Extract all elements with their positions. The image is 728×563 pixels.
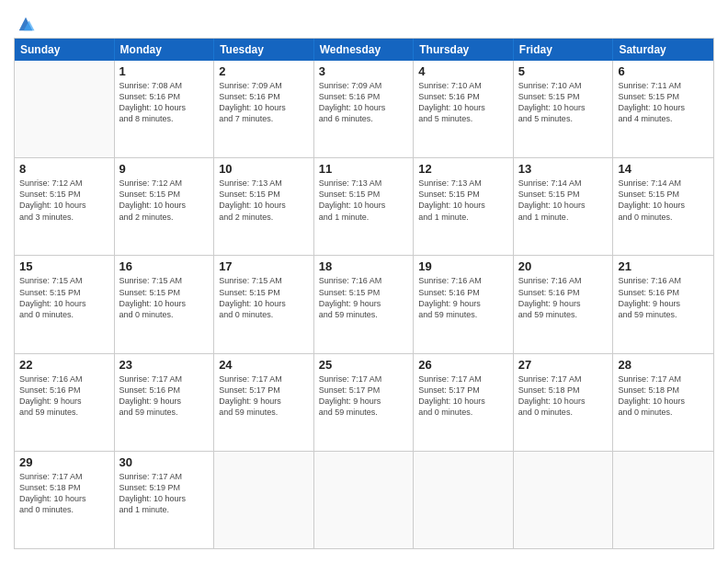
cell-info: Sunrise: 7:09 AMSunset: 5:16 PMDaylight:… [319,80,409,125]
cal-cell-r1-c0: 8Sunrise: 7:12 AMSunset: 5:15 PMDaylight… [15,158,115,255]
calendar-row-1: 8Sunrise: 7:12 AMSunset: 5:15 PMDaylight… [15,158,713,256]
cell-info: Sunrise: 7:16 AMSunset: 5:16 PMDaylight:… [19,373,109,419]
cell-info: Sunrise: 7:11 AMSunset: 5:15 PMDaylight:… [618,80,709,125]
cell-info: Sunrise: 7:16 AMSunset: 5:16 PMDaylight:… [418,275,508,320]
cal-cell-r2-c6: 21Sunrise: 7:16 AMSunset: 5:16 PMDayligh… [613,256,713,352]
day-number: 15 [19,259,109,273]
day-number: 24 [219,358,309,372]
cal-cell-r4-c6 [613,452,713,548]
cal-cell-r0-c6: 6Sunrise: 7:11 AMSunset: 5:15 PMDaylight… [613,61,713,157]
header-day-thursday: Thursday [414,39,514,61]
day-number: 11 [319,162,409,176]
header-day-wednesday: Wednesday [314,39,415,61]
cell-info: Sunrise: 7:17 AMSunset: 5:19 PMDaylight:… [119,471,210,516]
day-number: 12 [418,162,508,176]
cal-cell-r3-c1: 23Sunrise: 7:17 AMSunset: 5:16 PMDayligh… [115,354,215,451]
day-number: 23 [119,358,210,372]
cell-info: Sunrise: 7:13 AMSunset: 5:15 PMDaylight:… [319,178,409,223]
cal-cell-r4-c5 [514,452,614,548]
day-number: 3 [319,64,409,78]
calendar-row-4: 29Sunrise: 7:17 AMSunset: 5:18 PMDayligh… [15,452,713,548]
cell-info: Sunrise: 7:12 AMSunset: 5:15 PMDaylight:… [19,178,109,223]
cal-cell-r2-c3: 18Sunrise: 7:16 AMSunset: 5:15 PMDayligh… [314,256,415,352]
cell-info: Sunrise: 7:12 AMSunset: 5:15 PMDaylight:… [119,178,210,223]
cell-info: Sunrise: 7:17 AMSunset: 5:18 PMDaylight:… [19,471,109,516]
cal-cell-r4-c0: 29Sunrise: 7:17 AMSunset: 5:18 PMDayligh… [15,452,115,548]
cell-info: Sunrise: 7:17 AMSunset: 5:18 PMDaylight:… [618,373,709,419]
day-number: 29 [19,455,109,469]
header-day-sunday: Sunday [15,39,115,61]
cal-cell-r2-c5: 20Sunrise: 7:16 AMSunset: 5:16 PMDayligh… [514,256,614,352]
day-number: 26 [418,358,508,372]
calendar-body: 1Sunrise: 7:08 AMSunset: 5:16 PMDaylight… [15,61,713,548]
day-number: 10 [219,162,309,176]
cal-cell-r3-c0: 22Sunrise: 7:16 AMSunset: 5:16 PMDayligh… [15,354,115,451]
day-number: 19 [418,259,508,273]
calendar-row-3: 22Sunrise: 7:16 AMSunset: 5:16 PMDayligh… [15,354,713,452]
day-number: 18 [319,259,409,273]
day-number: 16 [119,259,210,273]
day-number: 2 [219,64,309,78]
cal-cell-r2-c4: 19Sunrise: 7:16 AMSunset: 5:16 PMDayligh… [414,256,514,352]
cal-cell-r2-c1: 16Sunrise: 7:15 AMSunset: 5:15 PMDayligh… [115,256,215,352]
cal-cell-r3-c6: 28Sunrise: 7:17 AMSunset: 5:18 PMDayligh… [613,354,713,451]
cell-info: Sunrise: 7:15 AMSunset: 5:15 PMDaylight:… [219,275,309,320]
day-number: 13 [518,162,609,176]
cell-info: Sunrise: 7:16 AMSunset: 5:16 PMDaylight:… [618,275,709,320]
cal-cell-r2-c2: 17Sunrise: 7:15 AMSunset: 5:15 PMDayligh… [214,256,314,352]
cell-info: Sunrise: 7:13 AMSunset: 5:15 PMDaylight:… [219,178,309,223]
cell-info: Sunrise: 7:10 AMSunset: 5:15 PMDaylight:… [518,80,609,125]
day-number: 6 [618,64,709,78]
cell-info: Sunrise: 7:14 AMSunset: 5:15 PMDaylight:… [518,178,609,223]
day-number: 27 [518,358,609,372]
cal-cell-r3-c2: 24Sunrise: 7:17 AMSunset: 5:17 PMDayligh… [214,354,314,451]
cal-cell-r1-c6: 14Sunrise: 7:14 AMSunset: 5:15 PMDayligh… [613,158,713,255]
day-number: 14 [618,162,709,176]
cal-cell-r3-c4: 26Sunrise: 7:17 AMSunset: 5:17 PMDayligh… [414,354,514,451]
day-number: 5 [518,64,609,78]
day-number: 17 [219,259,309,273]
header [14,14,714,30]
header-day-friday: Friday [514,39,614,61]
calendar: SundayMondayTuesdayWednesdayThursdayFrid… [14,38,714,549]
cell-info: Sunrise: 7:15 AMSunset: 5:15 PMDaylight:… [119,275,210,320]
cell-info: Sunrise: 7:17 AMSunset: 5:16 PMDaylight:… [119,373,210,419]
cal-cell-r2-c0: 15Sunrise: 7:15 AMSunset: 5:15 PMDayligh… [15,256,115,352]
cal-cell-r0-c4: 4Sunrise: 7:10 AMSunset: 5:16 PMDaylight… [414,61,514,157]
cal-cell-r0-c1: 1Sunrise: 7:08 AMSunset: 5:16 PMDaylight… [115,61,215,157]
header-day-saturday: Saturday [613,39,713,61]
cal-cell-r4-c2 [214,452,314,548]
day-number: 9 [119,162,210,176]
cell-info: Sunrise: 7:09 AMSunset: 5:16 PMDaylight:… [219,80,309,125]
header-day-tuesday: Tuesday [214,39,314,61]
logo [14,14,36,30]
calendar-header: SundayMondayTuesdayWednesdayThursdayFrid… [15,39,713,61]
cal-cell-r1-c4: 12Sunrise: 7:13 AMSunset: 5:15 PMDayligh… [414,158,514,255]
cal-cell-r4-c4 [414,452,514,548]
day-number: 20 [518,259,609,273]
cell-info: Sunrise: 7:17 AMSunset: 5:18 PMDaylight:… [518,373,609,419]
cell-info: Sunrise: 7:10 AMSunset: 5:16 PMDaylight:… [418,80,508,125]
cal-cell-r0-c5: 5Sunrise: 7:10 AMSunset: 5:15 PMDaylight… [514,61,614,157]
day-number: 25 [319,358,409,372]
cell-info: Sunrise: 7:17 AMSunset: 5:17 PMDaylight:… [319,373,409,419]
cal-cell-r1-c5: 13Sunrise: 7:14 AMSunset: 5:15 PMDayligh… [514,158,614,255]
day-number: 4 [418,64,508,78]
cell-info: Sunrise: 7:16 AMSunset: 5:15 PMDaylight:… [319,275,409,320]
cell-info: Sunrise: 7:16 AMSunset: 5:16 PMDaylight:… [518,275,609,320]
calendar-row-0: 1Sunrise: 7:08 AMSunset: 5:16 PMDaylight… [15,61,713,158]
cal-cell-r1-c3: 11Sunrise: 7:13 AMSunset: 5:15 PMDayligh… [314,158,415,255]
logo-icon [16,14,36,34]
cal-cell-r4-c1: 30Sunrise: 7:17 AMSunset: 5:19 PMDayligh… [115,452,215,548]
day-number: 30 [119,455,210,469]
day-number: 28 [618,358,709,372]
cell-info: Sunrise: 7:17 AMSunset: 5:17 PMDaylight:… [418,373,508,419]
cal-cell-r1-c1: 9Sunrise: 7:12 AMSunset: 5:15 PMDaylight… [115,158,215,255]
cal-cell-r4-c3 [314,452,415,548]
cell-info: Sunrise: 7:15 AMSunset: 5:15 PMDaylight:… [19,275,109,320]
cell-info: Sunrise: 7:17 AMSunset: 5:17 PMDaylight:… [219,373,309,419]
header-day-monday: Monday [115,39,215,61]
day-number: 22 [19,358,109,372]
cell-info: Sunrise: 7:13 AMSunset: 5:15 PMDaylight:… [418,178,508,223]
cal-cell-r3-c3: 25Sunrise: 7:17 AMSunset: 5:17 PMDayligh… [314,354,415,451]
